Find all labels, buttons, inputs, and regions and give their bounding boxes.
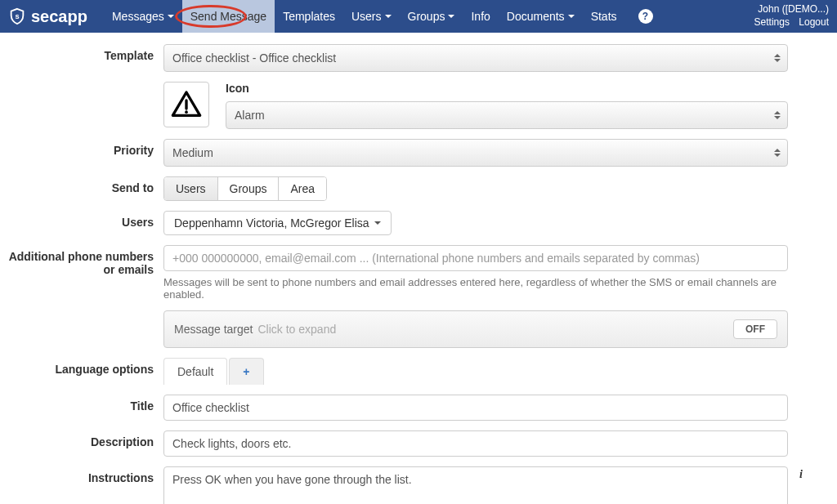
message-target-toggle[interactable]: OFF xyxy=(733,319,777,339)
template-select-value: Office checklist - Office checklist xyxy=(172,51,336,65)
nav-send-message-label: Send Message xyxy=(190,10,266,23)
label-description: Description xyxy=(0,430,163,448)
nav-user-area: John ([DEMO...) Settings Logout xyxy=(748,3,829,29)
plus-icon: + xyxy=(243,365,249,378)
lang-tab-add[interactable]: + xyxy=(229,358,263,385)
priority-select-value: Medium xyxy=(172,146,213,159)
nav-stats-label: Stats xyxy=(591,10,617,23)
top-navbar: s secapp Messages Send Message Templates… xyxy=(0,0,837,33)
nav-documents-label: Documents xyxy=(507,10,565,23)
nav-info-label: Info xyxy=(471,10,490,23)
additional-help-text: Messages will be sent to phone numbers a… xyxy=(163,276,788,301)
label-icon: Icon xyxy=(226,82,788,95)
brand-logo[interactable]: s secapp xyxy=(8,7,87,26)
label-additional: Additional phone numbers or emails xyxy=(0,245,163,276)
label-language-options: Language options xyxy=(0,358,163,376)
user-name: John ([DEMO...) xyxy=(748,3,829,16)
send-to-groups[interactable]: Groups xyxy=(218,177,280,200)
select-caret-icon xyxy=(774,54,781,62)
nav-messages[interactable]: Messages xyxy=(104,0,182,33)
instructions-textarea[interactable] xyxy=(163,466,788,504)
nav-templates[interactable]: Templates xyxy=(275,0,343,33)
label-priority: Priority xyxy=(0,139,163,157)
nav-users-label: Users xyxy=(351,10,382,23)
users-dropdown[interactable]: Deppenhamn Victoria, McGregor Elisa xyxy=(163,211,392,235)
label-template: Template xyxy=(0,44,163,62)
brand-text: secapp xyxy=(31,7,87,26)
label-instructions: Instructions xyxy=(0,466,163,484)
nav-items: Messages Send Message Templates Users Gr… xyxy=(104,0,661,33)
nav-help[interactable]: ? xyxy=(625,0,661,33)
lang-tab-default[interactable]: Default xyxy=(163,358,227,385)
send-to-area[interactable]: Area xyxy=(279,177,326,200)
label-title: Title xyxy=(0,395,163,413)
info-icon[interactable]: i xyxy=(799,468,803,481)
icon-select-value: Alarm xyxy=(235,109,265,122)
select-caret-icon xyxy=(774,111,781,119)
send-message-form: Template Office checklist - Office check… xyxy=(0,33,837,504)
label-send-to: Send to xyxy=(0,176,163,194)
users-dropdown-value: Deppenhamn Victoria, McGregor Elisa xyxy=(174,216,369,230)
select-caret-icon xyxy=(774,149,781,157)
label-users: Users xyxy=(0,211,163,229)
template-select[interactable]: Office checklist - Office checklist xyxy=(163,44,788,72)
settings-link[interactable]: Settings xyxy=(754,16,790,28)
svg-text:s: s xyxy=(15,12,19,20)
additional-input[interactable] xyxy=(163,245,788,271)
send-to-group: Users Groups Area xyxy=(163,176,327,201)
nav-documents[interactable]: Documents xyxy=(499,0,583,33)
nav-messages-label: Messages xyxy=(112,10,164,23)
nav-send-message[interactable]: Send Message xyxy=(182,0,275,33)
icon-preview[interactable] xyxy=(163,82,209,127)
chevron-down-icon xyxy=(448,15,454,18)
priority-select[interactable]: Medium xyxy=(163,139,788,167)
chevron-down-icon xyxy=(568,15,575,18)
svg-point-2 xyxy=(185,110,188,114)
message-target-label: Message target xyxy=(174,323,253,336)
shield-icon: s xyxy=(8,7,26,25)
language-tabs: Default + xyxy=(163,358,788,385)
chevron-down-icon xyxy=(374,221,381,225)
send-to-users[interactable]: Users xyxy=(164,177,218,200)
chevron-down-icon xyxy=(385,15,392,18)
message-target-hint: Click to expand xyxy=(258,323,337,336)
icon-select[interactable]: Alarm xyxy=(226,101,788,129)
nav-stats[interactable]: Stats xyxy=(583,0,625,33)
description-input[interactable] xyxy=(163,430,788,457)
title-input[interactable] xyxy=(163,395,788,421)
nav-groups-label: Groups xyxy=(408,10,445,23)
nav-templates-label: Templates xyxy=(283,10,335,23)
nav-groups[interactable]: Groups xyxy=(400,0,463,33)
nav-users[interactable]: Users xyxy=(343,0,400,33)
message-target-bar[interactable]: Message target Click to expand OFF xyxy=(163,310,788,348)
warning-triangle-icon xyxy=(170,88,203,121)
chevron-down-icon xyxy=(168,15,174,18)
logout-link[interactable]: Logout xyxy=(799,16,829,28)
help-icon: ? xyxy=(638,9,653,24)
nav-info[interactable]: Info xyxy=(463,0,498,33)
